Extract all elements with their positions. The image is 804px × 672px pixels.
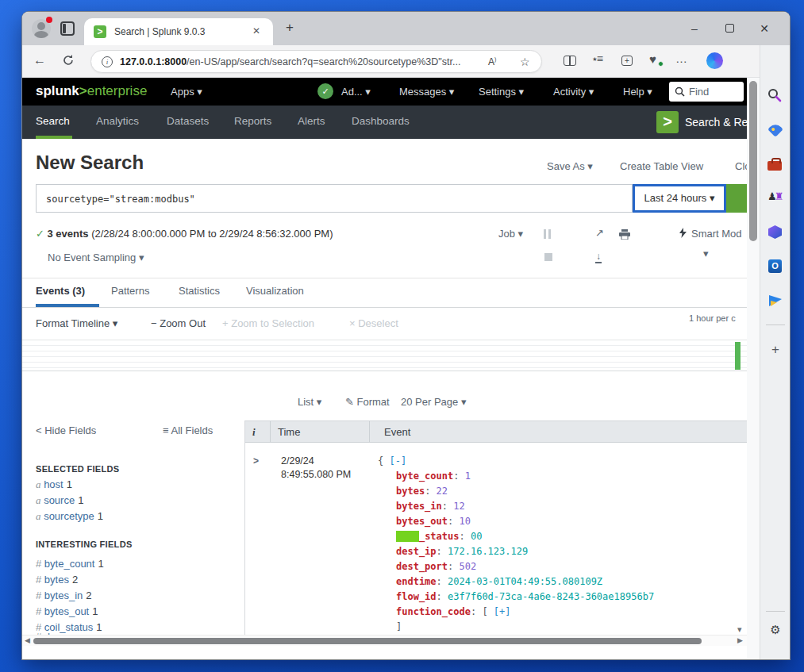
time-range-picker[interactable]: Last 24 hours ▾ [633,184,726,213]
sidebar-microsoft365-icon[interactable] [767,225,783,240]
format-timeline-menu[interactable]: Format Timeline ▾ [36,317,117,329]
new-tab-button[interactable]: + [286,20,294,36]
nav-item-dashboards[interactable]: Dashboards [352,115,410,127]
event-sampling-menu[interactable]: No Event Sampling ▾ [48,252,144,263]
job-menu[interactable]: Job ▾ [498,228,523,240]
browser-tab-active[interactable]: > Search | Splunk 9.0.3 ✕ [84,18,273,45]
horizontal-scroll-thumb[interactable] [33,638,702,644]
apps-menu[interactable]: Apps ▾ [171,86,202,98]
timeline-event-bar[interactable] [735,342,741,370]
tab-events[interactable]: Events (3) [36,285,85,297]
sidebar-games-icon[interactable]: ♟♜ [767,190,783,206]
tab-patterns[interactable]: Patterns [111,285,149,297]
copilot-icon[interactable] [706,52,723,69]
workspaces-icon[interactable] [60,21,75,36]
splunk-logo[interactable]: splunk>enterprise [36,83,147,99]
minimize-button[interactable]: – [687,22,702,35]
tab-close-icon[interactable]: ✕ [252,25,260,36]
scroll-down-caret-icon[interactable]: ▾ [737,624,742,635]
create-table-view-button[interactable]: Create Table View [620,160,703,172]
field-item-source[interactable]: a source1 [36,494,83,507]
vertical-scrollbar[interactable] [747,78,760,659]
event-time: 8:49:55.080 PM [281,469,351,480]
list-view-menu[interactable]: List ▾ [298,396,321,408]
nav-item-datasets[interactable]: Datasets [167,115,209,127]
sidebar-tools-icon[interactable] [767,157,783,173]
deselect-button: × Deselect [349,317,398,329]
expand-event-icon[interactable]: > [253,455,259,467]
site-info-icon[interactable]: i [102,56,113,67]
app-name-label: Search & Repo [685,116,747,129]
more-menu-icon[interactable]: … [675,52,688,65]
maximize-button[interactable] [721,22,737,35]
field-item-host[interactable]: a host1 [36,478,72,491]
tab-statistics[interactable]: Statistics [179,285,220,297]
all-fields-button[interactable]: ≡ All Fields [163,424,213,436]
collapse-toggle[interactable]: [-] [389,455,406,467]
activity-menu[interactable]: Activity ▾ [553,86,594,98]
sidebar-divider [766,324,785,325]
field-item-byte-count[interactable]: # byte_count1 [36,558,104,570]
pause-icon[interactable] [544,229,551,239]
smart-mode-caret-icon[interactable]: ▾ [703,248,709,259]
nav-item-search[interactable]: Search [36,115,70,127]
field-item-bytes-out[interactable]: # bytes_out1 [36,605,98,617]
scroll-left-icon[interactable]: ◀ [25,636,30,644]
nav-item-analytics[interactable]: Analytics [96,115,139,127]
status-check-icon[interactable]: ✓ [317,83,333,99]
split-screen-icon[interactable] [564,56,576,66]
search-app-icon[interactable]: > [656,111,679,133]
nav-item-alerts[interactable]: Alerts [298,115,325,127]
sidebar-settings-icon[interactable]: ⚙ [767,623,783,637]
share-icon[interactable]: ↗ [595,227,604,239]
favorites-icon[interactable]: ⋆≡ [591,52,602,65]
messages-menu[interactable]: Messages ▾ [399,86,454,98]
close-search-button[interactable]: Clo [735,160,747,172]
search-submit-button[interactable] [726,184,747,213]
read-aloud-icon[interactable]: A) [488,56,496,67]
user-menu[interactable]: Ad... ▾ [341,86,371,98]
field-item-bytes[interactable]: # bytes2 [36,574,78,586]
smart-mode-bolt-icon[interactable] [679,227,687,241]
job-summary: ✓ 3 events (2/28/24 8:00:00.000 PM to 2/… [36,228,333,240]
print-icon[interactable] [619,228,630,243]
sidebar-add-icon[interactable]: + [767,342,783,358]
nav-item-reports[interactable]: Reports [234,115,271,127]
back-icon[interactable]: ← [33,53,46,67]
sidebar-outlook-icon[interactable]: O [767,259,783,275]
stop-icon[interactable] [544,253,552,261]
save-as-button[interactable]: Save As ▾ [547,160,593,172]
refresh-icon[interactable] [62,54,75,70]
browser-essentials-icon[interactable]: ♥ [649,52,656,66]
download-icon[interactable]: ↓ [595,252,602,263]
sidebar-search-icon[interactable] [767,88,783,104]
help-menu[interactable]: Help ▾ [623,86,652,98]
format-results-menu[interactable]: ✎ Format [345,396,390,408]
browser-window: > Search | Splunk 9.0.3 ✕ + – ✕ ← i 127.… [22,12,790,659]
favorite-star-icon[interactable]: ☆ [520,56,530,68]
url-path: /en-US/app/search/search?q=search%20sour… [187,56,460,67]
sidebar-drop-icon[interactable] [767,293,783,309]
close-window-button[interactable]: ✕ [756,22,772,35]
events-table-header: i Time Event [244,420,747,443]
job-done-check-icon: ✓ [36,228,44,240]
per-page-menu[interactable]: 20 Per Page ▾ [401,396,466,408]
collections-icon[interactable]: + [621,56,633,66]
find-input[interactable]: Find [669,82,744,102]
settings-menu[interactable]: Settings ▾ [479,86,524,98]
scroll-right-icon[interactable]: ▶ [737,636,743,644]
field-item-bytes-in[interactable]: # bytes_in2 [36,589,92,601]
field-item-sourcetype[interactable]: a sourcetype1 [36,510,103,523]
zoom-out-button[interactable]: − Zoom Out [151,317,206,329]
horizontal-scrollbar[interactable]: ◀ ▶ [22,635,747,646]
address-bar[interactable]: i 127.0.0.1:8000/en-US/app/search/search… [90,50,542,73]
vertical-scroll-thumb[interactable] [749,81,757,241]
hide-fields-button[interactable]: < Hide Fields [36,424,96,436]
smart-mode-label[interactable]: Smart Mod [691,228,742,240]
tab-visualization[interactable]: Visualization [246,285,304,297]
timeline-chart[interactable] [22,340,747,371]
expand-array-toggle[interactable]: [+] [494,606,511,617]
sidebar-shopping-icon[interactable] [767,122,783,138]
json-line: bytes_in: 12 [396,501,465,512]
search-query-input[interactable]: sourcetype="stream:modbus" [36,184,633,213]
